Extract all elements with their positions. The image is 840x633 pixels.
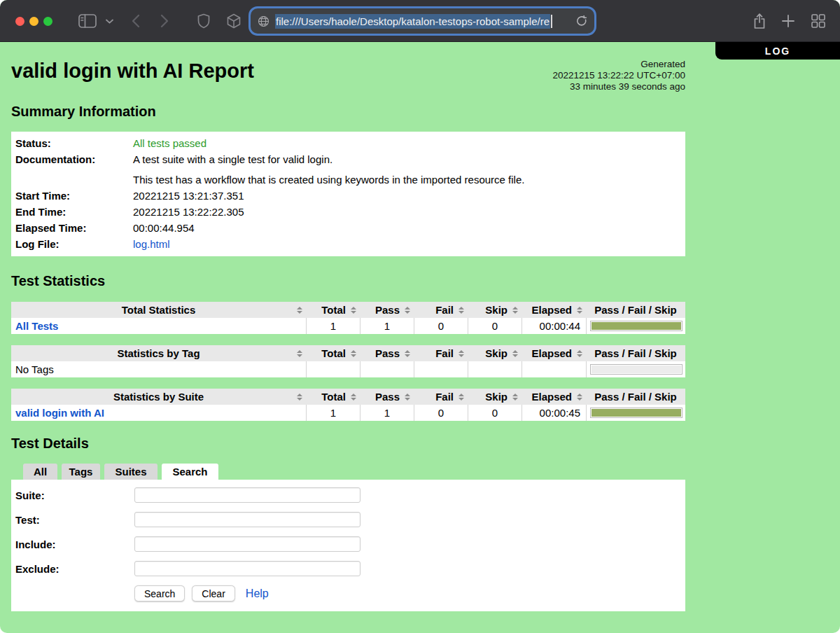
- help-link[interactable]: Help: [246, 587, 269, 600]
- back-icon[interactable]: [131, 0, 141, 42]
- sort-icon[interactable]: [458, 394, 464, 401]
- total-cell: 1: [306, 318, 360, 334]
- close-window-button[interactable]: [15, 17, 24, 26]
- status-label: Status:: [15, 135, 133, 151]
- include-input[interactable]: [134, 536, 360, 552]
- table-row: All Tests 1 1 0 0 00:00:44: [11, 318, 685, 334]
- sort-icon[interactable]: [405, 394, 410, 401]
- column-header-pass[interactable]: Pass: [360, 302, 414, 318]
- summary-panel: Status: All tests passed Documentation: …: [11, 132, 685, 256]
- extensions-cube-icon[interactable]: [225, 0, 242, 42]
- column-header-pass-fail-skip: Pass / Fail / Skip: [586, 389, 685, 405]
- fail-cell: 0: [414, 318, 468, 334]
- documentation-line1: A test suite with a single test for vali…: [133, 151, 685, 167]
- tab-all[interactable]: All: [23, 464, 57, 480]
- all-tests-link[interactable]: All Tests: [15, 320, 58, 332]
- generated-info: Generated 20221215 13:22:22 UTC+07:00 33…: [552, 59, 685, 92]
- column-header-total[interactable]: Total: [306, 345, 360, 361]
- clear-button[interactable]: Clear: [192, 585, 234, 601]
- column-header-statistics-by-tag[interactable]: Statistics by Tag: [11, 345, 306, 361]
- total-cell: [306, 361, 360, 377]
- sort-icon[interactable]: [351, 350, 356, 357]
- statistics-heading: Test Statistics: [11, 273, 696, 289]
- elapsed-cell: [522, 361, 586, 377]
- sort-icon[interactable]: [297, 394, 302, 401]
- new-tab-icon[interactable]: [780, 0, 797, 42]
- column-header-fail[interactable]: Fail: [414, 345, 468, 361]
- sort-icon[interactable]: [297, 307, 302, 314]
- column-header-elapsed[interactable]: Elapsed: [522, 389, 586, 405]
- start-time-label: Start Time:: [15, 188, 133, 204]
- elapsed-cell: 00:00:45: [522, 405, 586, 421]
- browser-titlebar: file:///Users/haole/Desktop/katalon-test…: [0, 0, 840, 42]
- tab-tags[interactable]: Tags: [62, 464, 100, 480]
- sort-icon[interactable]: [577, 394, 582, 401]
- column-header-pass[interactable]: Pass: [360, 345, 414, 361]
- skip-cell: 0: [468, 405, 522, 421]
- end-time-label: End Time:: [15, 204, 133, 220]
- column-header-skip[interactable]: Skip: [468, 345, 522, 361]
- log-file-link[interactable]: log.html: [133, 238, 170, 250]
- forward-icon[interactable]: [160, 0, 169, 42]
- share-icon[interactable]: [750, 0, 769, 42]
- browser-window: file:///Users/haole/Desktop/katalon-test…: [0, 0, 840, 633]
- search-button[interactable]: Search: [134, 585, 185, 601]
- reload-icon[interactable]: [576, 15, 587, 27]
- column-header-statistics-by-suite[interactable]: Statistics by Suite: [11, 389, 306, 405]
- total-statistics-table: Total Statistics Total Pass Fail Skip El…: [11, 302, 685, 334]
- sort-icon[interactable]: [577, 307, 582, 314]
- url-text-selected[interactable]: file:///Users/haole/Desktop/katalon-test…: [275, 14, 550, 29]
- pass-cell: [360, 361, 414, 377]
- column-header-skip[interactable]: Skip: [468, 302, 522, 318]
- statistics-by-suite-table: Statistics by Suite Total Pass Fail Skip…: [11, 389, 685, 421]
- status-value: All tests passed: [133, 135, 685, 151]
- test-field-label: Test:: [15, 514, 134, 526]
- sort-icon[interactable]: [405, 307, 410, 314]
- details-heading: Test Details: [11, 436, 696, 452]
- column-header-elapsed[interactable]: Elapsed: [522, 302, 586, 318]
- exclude-field-label: Exclude:: [15, 563, 134, 575]
- tab-overview-icon[interactable]: [809, 0, 827, 42]
- exclude-input[interactable]: [134, 561, 360, 576]
- sort-icon[interactable]: [458, 350, 464, 357]
- tab-search[interactable]: Search: [162, 464, 218, 480]
- sort-icon[interactable]: [458, 307, 464, 314]
- pass-fail-skip-bar: [590, 408, 682, 418]
- statistics-by-tag-table: Statistics by Tag Total Pass Fail Skip E…: [11, 345, 685, 377]
- end-time-value: 20221215 13:22:22.305: [133, 204, 685, 220]
- column-header-fail[interactable]: Fail: [414, 302, 468, 318]
- sort-icon[interactable]: [512, 350, 518, 357]
- address-bar[interactable]: file:///Users/haole/Desktop/katalon-test…: [251, 8, 594, 34]
- column-header-total-statistics[interactable]: Total Statistics: [11, 302, 306, 318]
- sort-icon[interactable]: [512, 307, 518, 314]
- zoom-window-button[interactable]: [43, 17, 52, 26]
- table-row: No Tags: [11, 361, 685, 377]
- column-header-skip[interactable]: Skip: [468, 389, 522, 405]
- search-panel: Suite: Test: Include: Exclude: Search: [11, 480, 685, 611]
- column-header-total[interactable]: Total: [306, 389, 360, 405]
- sort-icon[interactable]: [405, 350, 410, 357]
- chevron-down-icon[interactable]: [104, 0, 114, 42]
- suite-link[interactable]: valid login with AI: [15, 407, 104, 419]
- tab-suites[interactable]: Suites: [104, 464, 158, 480]
- column-header-fail[interactable]: Fail: [414, 389, 468, 405]
- sort-icon[interactable]: [577, 350, 582, 357]
- elapsed-cell: 00:00:44: [522, 318, 586, 334]
- column-header-total[interactable]: Total: [306, 302, 360, 318]
- table-row: valid login with AI 1 1 0 0 00:00:45: [11, 405, 685, 421]
- sidebar-icon[interactable]: [77, 0, 98, 42]
- column-header-elapsed[interactable]: Elapsed: [522, 345, 586, 361]
- column-header-pass[interactable]: Pass: [360, 389, 414, 405]
- test-input[interactable]: [134, 512, 360, 527]
- pass-fail-skip-bar: [590, 364, 682, 375]
- elapsed-time-label: Elapsed Time:: [15, 220, 133, 236]
- sort-icon[interactable]: [512, 394, 518, 401]
- sort-icon[interactable]: [351, 307, 356, 314]
- suite-field-label: Suite:: [15, 489, 134, 501]
- log-button[interactable]: LOG: [715, 42, 840, 60]
- privacy-shield-icon[interactable]: [197, 0, 211, 42]
- suite-input[interactable]: [134, 487, 360, 503]
- sort-icon[interactable]: [351, 394, 356, 401]
- minimize-window-button[interactable]: [29, 17, 38, 26]
- sort-icon[interactable]: [297, 350, 302, 357]
